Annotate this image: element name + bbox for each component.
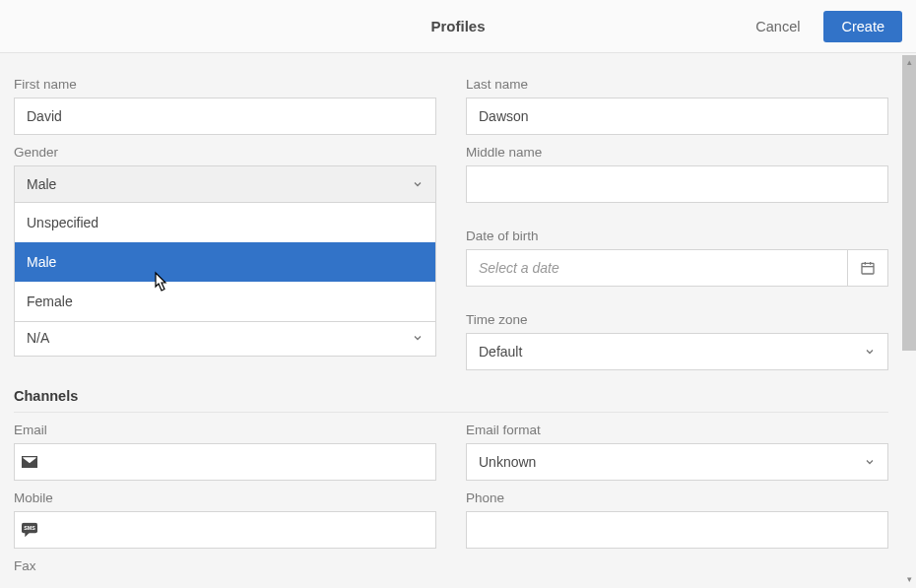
channels-section-title: Channels: [14, 388, 888, 413]
phone-label: Phone: [466, 490, 888, 505]
dialog-header: Profiles Cancel Create: [0, 0, 916, 53]
middle-name-input[interactable]: [466, 165, 888, 203]
na-select[interactable]: N/A: [14, 319, 436, 357]
fax-label: Fax: [14, 558, 436, 573]
email-format-value: Unknown: [479, 454, 536, 470]
timezone-select[interactable]: Default: [466, 333, 888, 370]
svg-text:SMS: SMS: [24, 525, 35, 531]
scrollbar-arrow-up-icon[interactable]: ▴: [902, 55, 916, 69]
middle-name-label: Middle name: [466, 145, 888, 160]
header-actions: Cancel Create: [742, 11, 902, 42]
first-name-input[interactable]: [14, 98, 436, 135]
create-button[interactable]: Create: [823, 11, 902, 42]
email-field: [14, 443, 436, 481]
email-label: Email: [14, 423, 436, 437]
chevron-down-icon: [864, 456, 876, 468]
gender-option-male[interactable]: Male: [15, 242, 435, 282]
chevron-down-icon: [412, 332, 424, 344]
mobile-input[interactable]: [14, 511, 436, 549]
phone-input[interactable]: [466, 511, 888, 549]
chevron-down-icon: [412, 178, 424, 190]
na-select-value: N/A: [27, 330, 49, 346]
email-format-select[interactable]: Unknown: [466, 443, 888, 481]
last-name-input[interactable]: [466, 98, 888, 135]
email-format-select-display[interactable]: Unknown: [466, 443, 888, 481]
row-fax: Fax: [14, 549, 888, 579]
gender-select-display[interactable]: Male: [14, 165, 436, 203]
mobile-field: SMS: [14, 511, 436, 549]
form-body: First name Last name Gender Male Unspeci…: [0, 53, 902, 588]
timezone-label: Time zone: [466, 312, 888, 327]
gender-label: Gender: [14, 145, 436, 160]
cancel-button[interactable]: Cancel: [742, 11, 814, 42]
gender-option-female[interactable]: Female: [15, 282, 435, 321]
svg-rect-0: [862, 263, 874, 274]
row-mobile-phone: Mobile SMS Phone: [14, 481, 888, 549]
chevron-down-icon: [864, 346, 876, 358]
dob-field: Select a date: [466, 249, 888, 287]
calendar-button[interactable]: [847, 249, 888, 287]
row-email: Email Email format Unknown: [14, 413, 888, 481]
timezone-select-display[interactable]: Default: [466, 333, 888, 370]
envelope-icon: [22, 456, 37, 468]
gender-option-unspecified[interactable]: Unspecified: [15, 203, 435, 242]
email-format-label: Email format: [466, 423, 888, 437]
page-title: Profiles: [430, 18, 485, 34]
sms-icon: SMS: [22, 523, 37, 538]
dob-label: Date of birth: [466, 229, 888, 243]
gender-dropdown-panel: Unspecified Male Female: [14, 203, 436, 322]
last-name-label: Last name: [466, 77, 888, 92]
row-gender-middle: Gender Male Unspecified Male Female N/A: [14, 135, 888, 370]
svg-marker-5: [25, 533, 30, 538]
dob-input[interactable]: Select a date: [466, 249, 847, 287]
email-input[interactable]: [14, 443, 436, 481]
timezone-select-value: Default: [479, 344, 522, 359]
scrollbar-arrow-down-icon[interactable]: ▾: [902, 572, 916, 586]
mobile-label: Mobile: [14, 490, 436, 505]
gender-select-value: Male: [27, 176, 56, 192]
scrollbar-thumb[interactable]: [902, 55, 916, 351]
calendar-icon: [860, 260, 876, 276]
row-names: First name Last name: [14, 67, 888, 135]
first-name-label: First name: [14, 77, 436, 92]
gender-select[interactable]: Male Unspecified Male Female: [14, 165, 436, 203]
na-select-display[interactable]: N/A: [14, 319, 436, 357]
